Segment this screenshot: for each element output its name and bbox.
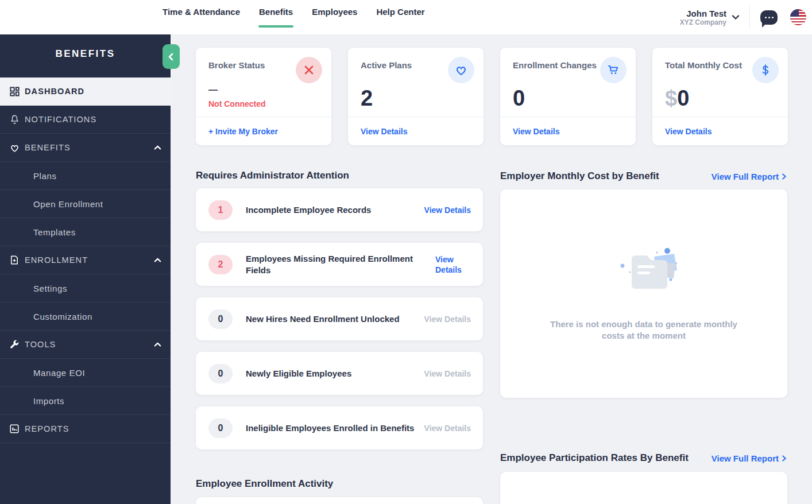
view-full-report-link[interactable]: View Full Report <box>712 453 787 463</box>
nav-employees[interactable]: Employees <box>311 7 358 18</box>
nav-help-center[interactable]: Help Center <box>376 7 425 18</box>
enrollment-activity-section: Employee Enrollment Activity <box>196 478 483 504</box>
invite-broker-link[interactable]: + Invite My Broker <box>208 127 278 136</box>
main-content: Broker Status — Not Connected + Invite M… <box>171 34 812 504</box>
chevron-left-icon <box>167 53 175 61</box>
total-monthly-cost-card: Total Monthly Cost $0 View Details <box>652 48 788 145</box>
top-header: Time & Attendance Benefits Employees Hel… <box>0 0 812 34</box>
sidebar-item-imports[interactable]: Imports <box>0 387 171 415</box>
attention-row: 1 Incomplete Employee Records View Detai… <box>196 188 483 231</box>
chevron-right-icon <box>781 455 787 462</box>
chevron-right-icon <box>781 173 787 180</box>
dashboard-grid-icon <box>7 86 21 97</box>
chevron-up-icon[interactable] <box>154 341 161 348</box>
count-badge: 0 <box>208 418 233 438</box>
view-details-link[interactable]: View Details <box>435 254 471 275</box>
cart-icon <box>600 57 627 83</box>
bell-icon <box>7 114 21 125</box>
user-name: John Test <box>680 9 726 18</box>
activity-heading: Employee Enrollment Activity <box>196 478 483 490</box>
total-monthly-cost-value: $0 <box>665 87 775 110</box>
view-details-link[interactable]: View Details <box>361 127 407 136</box>
chevron-up-icon[interactable] <box>154 257 161 264</box>
chevron-up-icon[interactable] <box>154 144 161 152</box>
nav-time-attendance[interactable]: Time & Attendance <box>162 7 241 18</box>
sidebar-title: BENEFITS <box>0 34 171 60</box>
sidebar: BENEFITS DASHBOARD NOTIFICATIONS BENEFIT… <box>0 34 171 504</box>
participation-card <box>500 472 787 504</box>
sidebar-item-dashboard[interactable]: DASHBOARD <box>0 77 171 106</box>
primary-nav: Time & Attendance Benefits Employees Hel… <box>162 7 426 18</box>
view-details-link[interactable]: View Details <box>424 369 471 378</box>
participation-heading: Employee Participation Rates By Benefit <box>500 452 689 464</box>
sidebar-item-plans[interactable]: Plans <box>0 162 171 190</box>
header-divider <box>749 6 750 29</box>
active-plans-value: 2 <box>361 87 471 110</box>
broker-status-text: Not Connected <box>208 99 319 108</box>
broker-status-card: Broker Status — Not Connected + Invite M… <box>196 48 331 145</box>
empty-folder-illustration <box>601 246 687 304</box>
count-badge: 1 <box>208 200 233 220</box>
enrollment-changes-value: 0 <box>513 87 623 110</box>
heart-icon <box>7 142 21 153</box>
chevron-down-icon[interactable] <box>731 13 740 22</box>
reports-column: Employer Monthly Cost by Benefit View Fu… <box>500 170 787 504</box>
language-flag-icon[interactable] <box>790 9 806 25</box>
sidebar-item-reports[interactable]: REPORTS <box>0 415 171 443</box>
active-plans-card: Active Plans 2 View Details <box>348 48 484 145</box>
empty-state-message: There is not enough data to generate mon… <box>549 319 738 342</box>
dollar-icon <box>752 57 779 83</box>
sidebar-item-settings[interactable]: Settings <box>0 274 171 303</box>
heart-icon <box>448 57 474 83</box>
broker-value: — <box>208 86 319 95</box>
view-details-link[interactable]: View Details <box>424 424 471 433</box>
count-badge: 2 <box>208 255 233 274</box>
attention-row: 0 Ineligible Employees Enrolled in Benef… <box>196 406 483 449</box>
cost-report-card: There is not enough data to generate mon… <box>500 189 787 398</box>
sidebar-item-manage-eoi[interactable]: Manage EOI <box>0 359 171 387</box>
nav-benefits[interactable]: Benefits <box>258 7 293 18</box>
view-details-link[interactable]: View Details <box>665 127 712 136</box>
enrollment-changes-card: Enrollment Changes 0 View Details <box>500 48 636 145</box>
user-company: XYZ Company <box>680 18 726 26</box>
document-plus-icon <box>7 255 21 265</box>
wrench-icon <box>7 339 21 350</box>
attention-heading: Requires Administrator Attention <box>196 170 483 181</box>
card-title: Total Monthly Cost <box>665 59 751 71</box>
x-circle-icon <box>296 57 322 83</box>
sidebar-item-customization[interactable]: Customization <box>0 303 171 331</box>
attention-row: 0 New Hires Need Enrollment Unlocked Vie… <box>196 297 483 340</box>
sidebar-item-tools[interactable]: TOOLS <box>0 331 171 359</box>
sidebar-item-notifications[interactable]: NOTIFICATIONS <box>0 106 171 134</box>
attention-section: Requires Administrator Attention 1 Incom… <box>196 170 483 504</box>
view-details-link[interactable]: View Details <box>513 127 559 136</box>
view-full-report-link[interactable]: View Full Report <box>712 172 787 181</box>
count-badge: 0 <box>208 309 233 329</box>
count-badge: 0 <box>208 364 233 383</box>
chat-icon[interactable] <box>760 10 778 25</box>
participation-section: Employee Participation Rates By Benefit … <box>500 452 787 504</box>
sidebar-collapse-button[interactable] <box>163 44 180 69</box>
cost-report-heading: Employer Monthly Cost by Benefit <box>500 170 659 182</box>
view-details-link[interactable]: View Details <box>424 315 471 324</box>
stats-row: Broker Status — Not Connected + Invite M… <box>196 48 788 145</box>
bar-chart-icon <box>7 424 21 434</box>
view-details-link[interactable]: View Details <box>424 206 471 215</box>
sidebar-item-benefits[interactable]: BENEFITS <box>0 134 171 162</box>
card-title: Broker Status <box>208 59 295 71</box>
sidebar-item-open-enrollment[interactable]: Open Enrollment <box>0 190 171 218</box>
sidebar-item-enrollment[interactable]: ENROLLMENT <box>0 246 171 274</box>
attention-row: 2 Employees Missing Required Enrollment … <box>196 243 483 286</box>
card-title: Active Plans <box>361 59 447 71</box>
enrollment-activity-card <box>196 497 483 504</box>
attention-row: 0 Newly Eligible Employees View Details <box>196 352 483 395</box>
user-menu[interactable]: John Test XYZ Company <box>680 9 726 26</box>
sidebar-item-templates[interactable]: Templates <box>0 218 171 246</box>
card-title: Enrollment Changes <box>513 59 599 71</box>
